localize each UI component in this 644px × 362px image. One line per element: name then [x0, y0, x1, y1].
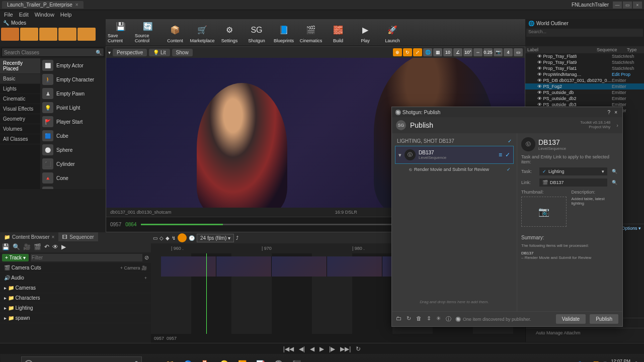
seq-search-icon[interactable]: 🔍	[13, 243, 20, 250]
outliner-search[interactable]: Search...	[526, 29, 643, 37]
system-tray[interactable]: ˄ 👤 ☁ 📶 🔊 12:07 PM 8/12/2018 💬	[572, 359, 643, 362]
app-explorer[interactable]: 📁	[161, 355, 178, 362]
category-lights[interactable]: Lights	[0, 84, 40, 94]
seq-play-icon[interactable]: ▶	[61, 243, 66, 250]
seq-render-icon[interactable]: 🎬	[34, 243, 41, 250]
transport-scrubber[interactable]	[141, 224, 415, 225]
mode-place-icon[interactable]	[1, 28, 19, 41]
transform-move-icon[interactable]: ⊕	[393, 48, 402, 56]
publish-button[interactable]: Publish	[590, 314, 618, 324]
shotgun-chevron-icon[interactable]: ›	[616, 122, 618, 128]
seq-camera-icon[interactable]: 🎥	[23, 243, 31, 250]
window-tab[interactable]: Launch_Trailer_P_Enterprise ×	[2, 1, 84, 9]
seq-view-icon[interactable]: 👁	[52, 243, 58, 250]
mode-paint-icon[interactable]	[20, 28, 38, 41]
app-edge[interactable]: 🔵	[179, 355, 196, 362]
actor-player-start[interactable]: 🚩Player Start	[40, 115, 106, 129]
tl-clock-icon[interactable]: 🕐	[189, 235, 195, 241]
sg-expand-icon[interactable]: ⇕	[427, 315, 431, 323]
taskbar-search[interactable]: Type here to search 🎤	[21, 356, 142, 362]
transform-coord-icon[interactable]: 🌐	[423, 48, 432, 56]
app-shotgun[interactable]: 🔘	[270, 355, 287, 362]
toolbar-marketplace[interactable]: 🛒Marketplace	[189, 21, 215, 45]
toolbar-settings[interactable]: ⚙Settings	[216, 21, 243, 45]
actor-sphere[interactable]: ⚪Sphere	[40, 143, 106, 157]
category-visual-effects[interactable]: Visual Effects	[0, 104, 40, 114]
seq-to-end-icon[interactable]: ▶▶|	[340, 345, 351, 352]
start-button[interactable]: ⊞	[1, 355, 20, 362]
tl-key-all-icon[interactable]: ◇	[159, 235, 164, 241]
tl-record-icon[interactable]	[178, 233, 187, 242]
seq-save-icon[interactable]: 💾	[2, 243, 10, 250]
camera-speed-icon[interactable]: 📷	[494, 48, 503, 56]
category-basic[interactable]: Basic	[0, 74, 40, 84]
category-cinematic[interactable]: Cinematic	[0, 94, 40, 104]
outliner-row[interactable]: 👁 PropWindManag…Edit Prop	[525, 71, 644, 77]
snap-angle-val[interactable]: 10°	[463, 48, 472, 56]
actor-empty-character[interactable]: 🚶Empty Character	[40, 72, 106, 86]
timeline-playhead[interactable]	[206, 253, 207, 334]
actor-cylinder[interactable]: ⬛Cylinder	[40, 157, 106, 171]
app-unreal[interactable]: ⬛	[288, 355, 305, 362]
tl-autokey-icon[interactable]: ↯	[172, 235, 176, 241]
item-menu-icon[interactable]: ≡	[499, 151, 502, 158]
seq-loop-icon[interactable]: ↻	[356, 345, 361, 352]
track-cameras[interactable]: ▸ 📁 Cameras	[0, 283, 151, 293]
viewport-maximize-icon[interactable]: ▭	[514, 48, 523, 56]
window-tab-close-icon[interactable]: ×	[75, 2, 78, 8]
tl-curve-icon[interactable]: ⤴	[236, 235, 238, 241]
seq-next-key-icon[interactable]: |▶	[329, 345, 335, 352]
outliner-row[interactable]: 👁 PS_outside_db2Emitter	[525, 96, 644, 102]
viewport-lit[interactable]: 💡 Lit	[149, 49, 170, 56]
seq-play-fwd-icon[interactable]: ▶	[319, 345, 324, 352]
app-notes[interactable]: 📝	[252, 355, 269, 362]
search-classes-input[interactable]: Search Classes🔍	[2, 48, 104, 57]
validate-button[interactable]: Validate	[556, 314, 586, 324]
toolbar-play[interactable]: ▶Play	[352, 21, 378, 45]
thumbnail-box[interactable]: 📷	[521, 197, 567, 227]
shotgun-publish-item[interactable]: ▾ Ⓤ DB137 LevelSequence ≡ ✓	[395, 146, 514, 164]
toolbar-content[interactable]: 📦Content	[162, 21, 188, 45]
mode-geometry-icon[interactable]	[77, 28, 96, 41]
outliner-row[interactable]: 👁 Prop_Tray_Flat1StaticMesh	[525, 65, 644, 71]
description-text[interactable]: Added table, latest lighting	[572, 197, 619, 206]
taskbar-clock[interactable]: 12:07 PM 8/12/2018	[610, 359, 630, 362]
track-filter-input[interactable]	[31, 254, 142, 261]
sg-collapse-icon[interactable]: ✳	[436, 315, 441, 323]
sg-refresh-icon[interactable]: ↻	[407, 315, 411, 323]
toolbar-build[interactable]: 🧱Build	[325, 21, 351, 45]
track-audio[interactable]: 🔊 Audio+	[0, 273, 151, 283]
task-select[interactable]: ✓ Lighting▾	[539, 167, 607, 175]
track-characters[interactable]: ▸ 📁 Characters	[0, 293, 151, 303]
actor-plane[interactable]: ▬Plane	[40, 185, 106, 189]
outliner-row[interactable]: 👁 PS_Fog2Emitter	[525, 83, 644, 89]
link-select[interactable]: 🎬 DB137	[539, 178, 607, 187]
track-camera-cuts[interactable]: 🎬 Camera Cuts+ Camera 🎥	[0, 263, 151, 273]
toolbar-cinematics[interactable]: 🎬Cinematics	[298, 21, 324, 45]
app-chrome[interactable]: 🟡	[215, 355, 232, 362]
item-expand-icon[interactable]: ▾	[398, 152, 401, 158]
app-sublime[interactable]: 🟧	[233, 355, 251, 362]
outliner-row[interactable]: 👁 Prop_Tray_Flat9StaticMesh	[525, 59, 644, 65]
menu-help[interactable]: Help	[60, 12, 72, 18]
toolbar-launch[interactable]: 🚀Launch	[379, 21, 406, 45]
item-check-icon[interactable]: ✓	[505, 151, 510, 158]
minimize-button[interactable]: —	[613, 2, 622, 9]
outliner-row[interactable]: 👁 PS_DB db0137_001, db0270_001Emitter	[525, 77, 644, 83]
mode-foliage-icon[interactable]	[58, 28, 76, 41]
viewport-menu-icon[interactable]: ▾	[108, 50, 111, 55]
link-search-icon[interactable]: 🔍	[610, 180, 618, 185]
mode-landscape-icon[interactable]	[39, 28, 57, 41]
toolbar-blueprints[interactable]: 📘Blueprints	[271, 21, 297, 45]
transform-rotate-icon[interactable]: ↻	[403, 48, 412, 56]
tab-content-browser[interactable]: 📁 Content Browser ×	[0, 232, 58, 241]
toolbar-shotgun[interactable]: SGShotgun	[244, 21, 270, 45]
app-store[interactable]: 🏪	[197, 355, 214, 362]
seq-undo-icon[interactable]: ↶	[44, 243, 49, 250]
camera-speed-val[interactable]: 4	[504, 48, 513, 56]
tl-snap-icon[interactable]: ▭	[153, 235, 157, 241]
seq-prev-key-icon[interactable]: ◀|	[299, 345, 305, 352]
snap-scale-val[interactable]: 0.25	[484, 48, 493, 56]
transform-scale-icon[interactable]: ⤢	[413, 48, 422, 56]
category-volumes[interactable]: Volumes	[0, 124, 40, 134]
